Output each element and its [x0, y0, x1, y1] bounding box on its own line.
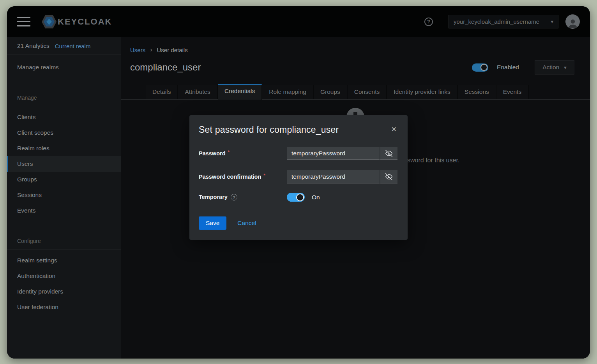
save-button[interactable]: Save: [199, 216, 226, 230]
temporary-label: Temporary ?: [199, 194, 287, 200]
eye-slash-icon: [385, 150, 392, 157]
required-marker: *: [263, 173, 265, 180]
required-marker: *: [228, 149, 230, 157]
set-password-modal: Set password for compliance_user ✕ Passw…: [189, 115, 408, 240]
password-confirmation-input[interactable]: [287, 170, 380, 183]
temporary-help-icon[interactable]: ?: [231, 194, 237, 200]
close-icon[interactable]: ✕: [390, 125, 398, 134]
app-window: KEYCLOAK ? your_keycloak_admin_username …: [7, 6, 590, 359]
password-visibility-toggle[interactable]: [380, 147, 397, 160]
password-confirmation-visibility-toggle[interactable]: [380, 170, 397, 183]
temporary-state-label: On: [312, 194, 320, 201]
password-confirmation-label: Password confirmation *: [199, 174, 287, 180]
cancel-button[interactable]: Cancel: [237, 220, 256, 227]
password-label: Password *: [199, 150, 287, 157]
eye-slash-icon: [385, 173, 392, 180]
temporary-toggle[interactable]: [287, 193, 305, 202]
password-input[interactable]: [287, 147, 380, 160]
modal-title: Set password for compliance_user: [199, 125, 339, 135]
